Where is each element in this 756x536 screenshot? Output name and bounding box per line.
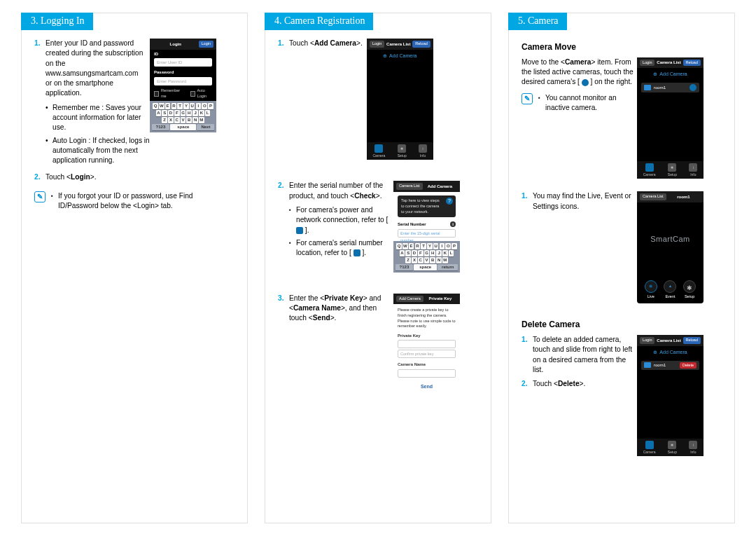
event-button[interactable]: ▲Event <box>664 280 676 300</box>
heading-4: 4. Camera Registration <box>265 13 373 30</box>
send-button[interactable]: Send <box>398 383 456 390</box>
confirm-key-input[interactable]: Confirm private key <box>398 350 456 358</box>
setup-icon[interactable]: ✱ <box>668 441 676 449</box>
phone-add-camera: Camera ListAdd Camera Tap here to view s… <box>393 181 460 272</box>
page: 3. Logging In 1. Enter your ID and passw… <box>0 0 756 536</box>
col-camera: 5. Camera Camera Move Move to the <Camer… <box>508 13 735 523</box>
note-icon: ✎ <box>34 191 46 202</box>
remember-me-checkbox[interactable]: Remember me <box>150 87 186 100</box>
add-camera-button[interactable]: Add Camera <box>367 50 433 62</box>
bullet: Auto Login : If checked, logs in automat… <box>46 136 150 166</box>
setup-icon[interactable]: ✱ <box>668 163 676 172</box>
delete-button[interactable]: Delete <box>680 362 696 369</box>
tip[interactable]: Tap here to view steps to connect the ca… <box>398 195 456 217</box>
delete-camera-heading: Delete Camera <box>522 319 722 331</box>
serial-icon <box>354 249 360 256</box>
step-num: 1. <box>34 39 46 99</box>
col-camera-registration: 4. Camera Registration 1. Touch <Add Cam… <box>265 13 491 523</box>
live-button[interactable]: ◉Live <box>645 280 657 300</box>
camera-move-heading: Camera Move <box>522 41 722 53</box>
camera-row[interactable]: room1 <box>641 83 699 92</box>
keyboard[interactable]: QWERTYUIOPASDFGHJKLZXCVBNM ?123spaceNext <box>150 101 216 132</box>
help-icon: ? <box>446 198 453 205</box>
gear-icon <box>687 284 692 289</box>
id-input[interactable]: Enter User ID <box>154 58 212 67</box>
camera-row-delete[interactable]: room1Delete <box>641 361 699 371</box>
serial-input[interactable]: Enter the 15-digit serial number <box>398 229 456 238</box>
private-key-input[interactable] <box>398 340 456 348</box>
phone-smartcam: Camera Listroom1 SmartCam ◉Live ▲Event S… <box>637 191 704 303</box>
auto-login-checkbox[interactable]: Auto Login <box>186 87 216 100</box>
info-icon[interactable]: i <box>419 144 427 153</box>
keyboard[interactable]: QWERTYUIOPASDFGHJKLZXCVBNM ?123spaceretu… <box>393 241 460 273</box>
camera-select-icon <box>582 79 589 86</box>
note: ✎ If you forgot your ID or password, use… <box>34 191 234 214</box>
bullet: Remember me : Saves your account informa… <box>46 103 150 133</box>
phone-camera-list: LoginCamera ListReload Add Camera Camera… <box>367 39 433 160</box>
power-icon <box>296 227 303 234</box>
camera-icon[interactable] <box>645 441 654 449</box>
camera-icon <box>644 85 651 90</box>
col-logging-in: 3. Logging In 1. Enter your ID and passw… <box>21 13 248 523</box>
camera-icon[interactable] <box>374 144 383 153</box>
step-text: Enter your ID and password created durin… <box>46 39 146 99</box>
setup-icon[interactable]: ✱ <box>398 144 406 153</box>
info-icon[interactable]: i <box>689 163 697 172</box>
heading-5: 5. Camera <box>508 13 567 30</box>
password-input[interactable]: Enter Password <box>154 77 212 85</box>
login-button[interactable]: Login <box>199 41 214 48</box>
phone-camera-list-room: LoginCamera ListReload Add Camera room1 … <box>637 57 704 179</box>
setup-button[interactable]: Setup <box>683 280 696 300</box>
add-camera-button[interactable]: Add Camera <box>637 346 704 359</box>
camera-icon <box>644 362 651 368</box>
phone-camera-list-delete: LoginCamera ListReload Add Camera room1D… <box>637 335 704 456</box>
info-icon[interactable]: i <box>689 441 697 449</box>
smartcam-logo: SmartCam <box>637 202 704 277</box>
phone-private-key: Add CameraPrivate Key Please create a pr… <box>393 294 460 394</box>
phone-login: LoginLogin ID Enter User ID Password Ent… <box>150 39 216 132</box>
heading-3: 3. Logging In <box>21 13 93 30</box>
step-num: 2. <box>34 172 46 182</box>
step-text: Touch <Login>. <box>46 172 146 182</box>
camera-icon[interactable] <box>645 163 654 172</box>
camera-name-input[interactable] <box>398 369 456 378</box>
note-icon: ✎ <box>522 93 533 104</box>
add-camera-button[interactable]: Add Camera <box>637 68 704 81</box>
